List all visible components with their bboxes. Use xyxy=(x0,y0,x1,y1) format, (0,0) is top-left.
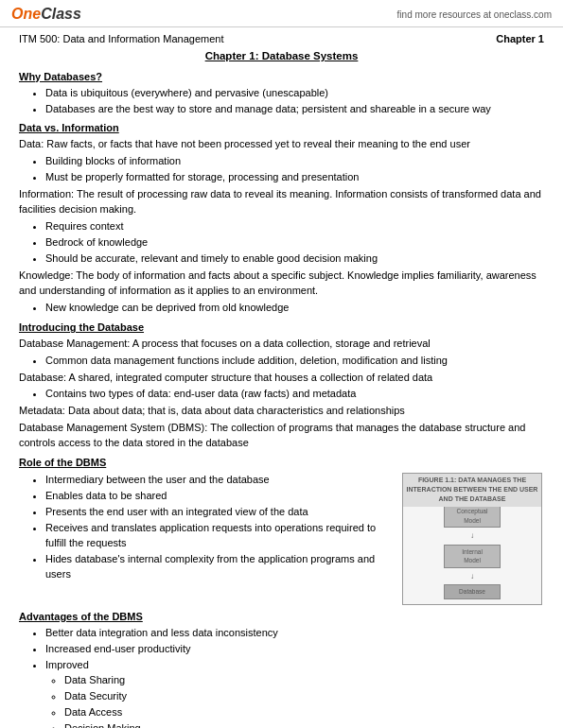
role-dbms-heading: Role of the DBMS xyxy=(19,456,544,471)
list-item: Intermediary between the user and the da… xyxy=(45,473,393,488)
list-item: Common data management functions include… xyxy=(45,354,544,369)
db-mgmt-bullets: Common data management functions include… xyxy=(45,354,544,369)
database-bullets: Contains two types of data: end-user dat… xyxy=(45,387,544,402)
list-item: Improved Data Sharing Data Security Data… xyxy=(45,658,544,728)
list-item: Data Access xyxy=(64,705,544,720)
top-bar-tagline: find more resources at oneclass.com xyxy=(397,9,552,20)
diag-arrow-3: ↓ xyxy=(470,571,474,582)
list-item: Receives and translates application requ… xyxy=(45,521,393,551)
diag-row-2: ConceptualModel xyxy=(444,504,501,528)
dbms-def: Database Management System (DBMS): The c… xyxy=(19,421,544,451)
diag-row-3: InternalModel xyxy=(444,545,501,568)
db-mgmt-def: Database Management: A process that focu… xyxy=(19,337,544,352)
diag-conceptual: ConceptualModel xyxy=(444,504,501,528)
advantages-list: Better data integration and less data in… xyxy=(45,626,544,728)
database-def: Database: A shared, integrated computer … xyxy=(19,371,544,386)
data-def: Data: Raw facts, or facts that have not … xyxy=(19,137,544,152)
list-item: Should be accurate, relevant and timely … xyxy=(45,251,544,267)
diag-arrow-2: ↓ xyxy=(470,530,474,542)
list-item: Decision Making xyxy=(64,721,544,728)
diag-internal: InternalModel xyxy=(444,545,501,568)
data-vs-info-heading: Data vs. Information xyxy=(19,121,544,136)
diag-db: Database xyxy=(444,584,501,598)
doc-header: ITM 500: Data and Information Management… xyxy=(0,27,563,46)
list-item: New knowledge can be deprived from old k… xyxy=(45,301,544,316)
list-item: Databases are the best way to store and … xyxy=(45,102,544,117)
main-content: Chapter 1: Database Systems Why Database… xyxy=(0,46,563,728)
page-title: Chapter 1: Database Systems xyxy=(19,48,544,64)
list-item: Increased end-user productivity xyxy=(45,642,544,657)
list-item: Contains two types of data: end-user dat… xyxy=(45,387,544,402)
advantages-heading: Advantages of the DBMS xyxy=(19,610,544,625)
diagram-col: FIGURE 1.1: DATA MANAGES THE INTERACTION… xyxy=(402,473,544,605)
sub-bullet-list: Data Sharing Data Security Data Access D… xyxy=(64,673,544,728)
role-dbms-section: Intermediary between the user and the da… xyxy=(19,473,544,605)
info-def: Information: The result of processing ra… xyxy=(19,187,544,217)
top-bar: OneClass find more resources at oneclass… xyxy=(0,0,563,27)
role-bullets: Intermediary between the user and the da… xyxy=(45,473,393,582)
list-item: Data is ubiquitous (everywhere) and perv… xyxy=(45,86,544,101)
logo: OneClass xyxy=(11,6,81,23)
list-item: Data Sharing xyxy=(64,673,544,688)
list-item: Bedrock of knowledge xyxy=(45,235,544,251)
doc-chapter: Chapter 1 xyxy=(496,33,544,44)
list-item: Data Security xyxy=(64,689,544,704)
list-item: Enables data to be shared xyxy=(45,489,393,504)
why-databases-list: Data is ubiquitous (everywhere) and perv… xyxy=(45,86,544,117)
dbms-diagram: FIGURE 1.1: DATA MANAGES THE INTERACTION… xyxy=(402,473,542,605)
list-item: Must be properly formatted for storage, … xyxy=(45,170,544,185)
diagram-title: FIGURE 1.1: DATA MANAGES THE INTERACTION… xyxy=(403,474,541,506)
diag-row-4: Database xyxy=(444,584,501,598)
intro-db-heading: Introducing the Database xyxy=(19,321,544,336)
list-item: Hides database's internal complexity fro… xyxy=(45,552,393,582)
doc-course: ITM 500: Data and Information Management xyxy=(19,33,223,44)
data-bullets: Building blocks of information Must be p… xyxy=(45,154,544,185)
list-item: Building blocks of information xyxy=(45,154,544,169)
logo-one: One xyxy=(11,6,41,23)
role-dbms-text: Intermediary between the user and the da… xyxy=(19,473,393,584)
info-bullets: Requires context Bedrock of knowledge Sh… xyxy=(45,219,544,267)
metadata-def: Metadata: Data about data; that is, data… xyxy=(19,404,544,419)
list-item: Requires context xyxy=(45,219,544,234)
list-item: Presents the end user with an integrated… xyxy=(45,505,393,520)
knowledge-bullets: New knowledge can be deprived from old k… xyxy=(45,301,544,316)
logo-class: Class xyxy=(41,6,81,23)
list-item: Better data integration and less data in… xyxy=(45,626,544,641)
knowledge-def: Knowledge: The body of information and f… xyxy=(19,269,544,299)
why-databases-heading: Why Databases? xyxy=(19,70,544,85)
